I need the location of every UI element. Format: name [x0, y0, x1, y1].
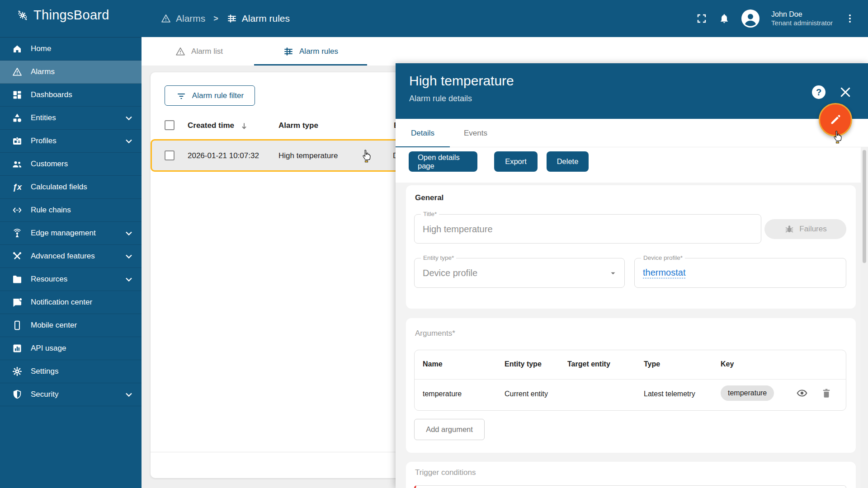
user-info[interactable]: John Doe Tenant administrator	[771, 10, 833, 28]
device-profile-field[interactable]: Device profile* thermostat	[634, 258, 846, 288]
panel-tab-bar: Details Events	[396, 119, 868, 147]
delete-button[interactable]: Delete	[547, 151, 589, 172]
trigger-conditions-section: Trigger conditions	[406, 462, 856, 488]
panel-tab-events[interactable]: Events	[455, 119, 496, 147]
kebab-menu-icon[interactable]	[844, 13, 855, 24]
active-tab-underline	[254, 64, 367, 66]
export-button[interactable]: Export	[494, 151, 538, 172]
view-eye-icon[interactable]	[796, 387, 808, 399]
breadcrumb-separator: >	[213, 14, 218, 23]
breadcrumb-alarm-rules: Alarm rules	[242, 13, 290, 24]
device-profile-label: Device profile*	[641, 254, 685, 261]
sidebar-item-alarms[interactable]: Alarms	[0, 61, 142, 84]
row-checkbox[interactable]	[165, 150, 175, 160]
close-icon[interactable]	[839, 85, 852, 99]
arg-type: Latest telemetry	[644, 390, 695, 398]
sidebar-item-dashboards[interactable]: Dashboards	[0, 84, 142, 107]
app-logo[interactable]: ThingsBoard	[17, 8, 109, 23]
select-all-checkbox[interactable]	[165, 120, 175, 130]
sidebar-item-resources[interactable]: Resources	[0, 268, 142, 291]
row-created-time: 2026-01-21 10:07:32	[188, 151, 259, 160]
chevron-down-icon	[123, 228, 134, 239]
sidebar-item-edge-management[interactable]: Edge management	[0, 222, 142, 245]
sidebar-item-advanced-features[interactable]: Advanced features	[0, 245, 142, 268]
tune-icon	[226, 13, 237, 24]
trigger-conditions-heading: Trigger conditions	[415, 468, 476, 477]
delete-trash-icon[interactable]	[821, 387, 832, 399]
user-name: John Doe	[771, 10, 833, 19]
col-alarm-type[interactable]: Alarm type	[278, 121, 318, 130]
alarm-rule-details-panel: High temperature Alarm rule details ? De…	[396, 63, 868, 488]
warning-icon	[12, 66, 23, 77]
panel-title: High temperature	[409, 73, 514, 89]
shield-icon	[12, 389, 23, 400]
sidebar-item-mobile-center[interactable]: Mobile center	[0, 314, 142, 337]
sidebar-item-home[interactable]: Home	[0, 38, 142, 61]
tab-alarm-rules-label: Alarm rules	[299, 47, 338, 56]
gear-icon	[12, 366, 23, 377]
sort-desc-icon[interactable]	[239, 121, 249, 131]
general-section: General Title* High temperature Failures…	[406, 185, 856, 309]
sidebar-item-calculated-fields[interactable]: ƒx Calculated fields	[0, 176, 142, 199]
panel-tab-details[interactable]: Details	[396, 119, 450, 147]
tab-alarm-list[interactable]: Alarm list	[163, 37, 235, 66]
sidebar-item-profiles[interactable]: Profiles	[0, 130, 142, 153]
tune-icon	[283, 46, 294, 57]
arguments-section: Arguments* Name Entity type Target entit…	[406, 318, 856, 453]
panel-scrollbar-track[interactable]	[861, 147, 868, 488]
breadcrumb-alarms[interactable]: Alarms	[176, 13, 205, 24]
sidebar-item-security[interactable]: Security	[0, 383, 142, 406]
arg-key-chip: temperature	[721, 385, 774, 401]
title-field[interactable]: Title* High temperature	[414, 214, 761, 244]
title-field-label: Title*	[421, 211, 439, 217]
notifications-bell-icon[interactable]	[719, 13, 730, 24]
sidebar-item-api-usage[interactable]: API usage	[0, 337, 142, 360]
col-created-time[interactable]: Created time	[188, 121, 234, 130]
sidebar-item-customers[interactable]: Customers	[0, 153, 142, 176]
entity-type-select[interactable]: Entity type* Device profile	[414, 258, 625, 288]
args-col-type: Type	[644, 360, 660, 368]
failures-label: Failures	[799, 225, 826, 234]
tools-icon	[12, 251, 23, 262]
args-col-entity-type: Entity type	[505, 360, 542, 368]
args-col-target-entity: Target entity	[567, 360, 610, 368]
chevron-down-icon	[123, 113, 134, 123]
entity-type-label: Entity type*	[421, 254, 456, 261]
sidebar-item-settings[interactable]: Settings	[0, 360, 142, 383]
general-heading: General	[415, 193, 443, 202]
breadcrumb: Alarms > Alarm rules	[160, 0, 290, 37]
user-avatar[interactable]	[741, 9, 760, 28]
add-argument-button[interactable]: Add argument	[414, 419, 485, 440]
badge-icon	[12, 136, 23, 146]
sidebar-item-entities[interactable]: Entities	[0, 107, 142, 130]
select-arrow-icon	[609, 269, 617, 277]
open-details-page-button[interactable]: Open details page	[409, 151, 477, 172]
device-profile-link[interactable]: thermostat	[643, 267, 685, 278]
person-icon	[741, 9, 760, 28]
title-field-value: High temperature	[423, 224, 493, 234]
help-icon[interactable]: ?	[812, 85, 826, 99]
panel-scrollbar-thumb[interactable]	[863, 150, 866, 263]
bug-icon	[784, 224, 795, 235]
phone-icon	[12, 320, 23, 331]
args-col-key: Key	[721, 360, 734, 368]
entities-shapes-icon	[12, 113, 23, 123]
alarm-rule-filter-button[interactable]: Alarm rule filter	[165, 85, 255, 106]
people-icon	[12, 159, 23, 169]
entity-type-value: Device profile	[423, 268, 477, 278]
edit-fab-button[interactable]	[819, 103, 852, 136]
user-role: Tenant administrator	[771, 19, 833, 28]
fullscreen-icon[interactable]	[696, 13, 707, 24]
warning-icon	[175, 46, 186, 57]
chevron-down-icon	[123, 251, 134, 262]
dashboard-icon	[12, 89, 23, 100]
message-icon	[12, 297, 23, 308]
bar-chart-icon	[12, 343, 23, 354]
sidebar-item-rule-chains[interactable]: Rule chains	[0, 199, 142, 222]
failures-button[interactable]: Failures	[764, 219, 846, 239]
app-title: ThingsBoard	[33, 8, 109, 23]
tab-alarm-rules[interactable]: Alarm rules	[254, 37, 367, 66]
sidebar-item-notification-center[interactable]: Notification center	[0, 291, 142, 314]
main-tab-bar: Alarm list Alarm rules	[142, 37, 868, 66]
arg-name: temperature	[423, 390, 462, 398]
